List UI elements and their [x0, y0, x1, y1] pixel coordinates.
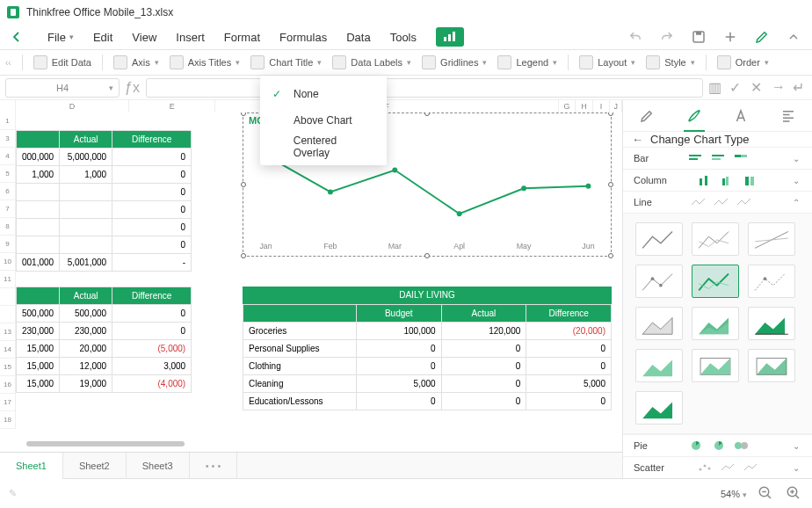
cancel-icon[interactable]: ✕: [750, 79, 765, 96]
table-row[interactable]: Groceries100,000120,000(20,000): [243, 323, 612, 340]
chart-cat-pie[interactable]: Pie ⌄: [623, 434, 812, 456]
chart-cat-line[interactable]: Line ⌃: [623, 191, 812, 213]
row-number[interactable]: 13: [0, 323, 16, 341]
chart-context-tab[interactable]: [436, 27, 464, 47]
tool-style[interactable]: Style: [646, 55, 694, 69]
col-header[interactable]: I: [593, 100, 611, 112]
menu-format[interactable]: Format: [224, 31, 260, 44]
tool-chart-title[interactable]: Chart Title: [250, 55, 322, 69]
chevron-down-icon[interactable]: ⌄: [791, 176, 801, 185]
zoom-in-icon[interactable]: [786, 485, 803, 503]
row-number[interactable]: 18: [0, 411, 16, 429]
row-number[interactable]: 5: [0, 165, 16, 183]
tool-legend[interactable]: Legend: [497, 55, 557, 69]
tool-gridlines[interactable]: Gridlines: [422, 55, 487, 69]
chevron-down-icon[interactable]: ⌄: [791, 441, 801, 451]
chevron-down-icon[interactable]: ⌄: [791, 463, 801, 473]
row-number[interactable]: 7: [0, 200, 16, 218]
tool-axis[interactable]: Axis: [113, 55, 159, 69]
back-icon[interactable]: [9, 29, 28, 45]
row-number[interactable]: 17: [0, 394, 16, 411]
sheet-tab-more[interactable]: • • •: [190, 453, 238, 479]
line-variant-1[interactable]: [692, 222, 739, 256]
sidebar-tab-brush-icon[interactable]: [684, 100, 705, 132]
next-icon[interactable]: →: [772, 79, 786, 96]
row-number[interactable]: 1: [0, 112, 16, 130]
tool-data-labels[interactable]: Data Labels: [332, 55, 411, 69]
redo-icon[interactable]: [657, 27, 677, 47]
row-number[interactable]: 4: [0, 148, 16, 165]
sheet-tab-1[interactable]: Sheet1: [0, 453, 63, 479]
dropdown-none[interactable]: ✓ None: [260, 81, 387, 107]
col-header[interactable]: D: [16, 100, 130, 112]
table-row[interactable]: Education/Lessons000: [243, 393, 612, 410]
edit-icon[interactable]: [752, 27, 772, 47]
table-row[interactable]: 15,00012,0003,000: [17, 358, 192, 375]
tool-layout[interactable]: Layout: [579, 55, 635, 69]
tool-edit-data[interactable]: Edit Data: [33, 55, 91, 69]
line-variant-4[interactable]: [692, 265, 739, 298]
col-header[interactable]: J: [610, 100, 622, 112]
row-number[interactable]: [0, 306, 16, 323]
zoom-out-icon[interactable]: [758, 485, 775, 503]
horizontal-scrollbar[interactable]: [26, 441, 185, 446]
line-variant-2[interactable]: [748, 222, 795, 256]
zoom-value[interactable]: 54%: [721, 489, 747, 499]
row-number[interactable]: 16: [0, 376, 16, 394]
line-variant-12[interactable]: [635, 391, 683, 425]
menu-insert[interactable]: Insert: [176, 31, 205, 44]
chart-cat-scatter[interactable]: Scatter ⌄: [623, 456, 812, 478]
sidebar-back-icon[interactable]: ←: [632, 133, 643, 146]
chevron-down-icon[interactable]: ⌄: [791, 154, 801, 163]
line-variant-11[interactable]: [748, 349, 795, 382]
row-number[interactable]: 3: [0, 130, 16, 148]
formula-input[interactable]: [146, 78, 703, 98]
add-icon[interactable]: [721, 27, 740, 47]
table-row[interactable]: 000,0005,000,0000: [17, 149, 192, 166]
row-number[interactable]: 6: [0, 183, 16, 200]
line-variant-7[interactable]: [692, 307, 739, 340]
chart-cat-bar[interactable]: Bar ⌄: [623, 147, 812, 169]
table-row[interactable]: 0: [17, 219, 192, 236]
row-number[interactable]: 10: [0, 253, 16, 271]
menu-tools[interactable]: Tools: [390, 31, 417, 44]
table-row[interactable]: Personal Supplies000: [243, 340, 612, 358]
chart-mini-icon[interactable]: ▥: [708, 79, 722, 96]
table-row[interactable]: 500,000500,0000: [17, 305, 192, 323]
row-number[interactable]: 15: [0, 359, 16, 376]
line-variant-9[interactable]: [635, 349, 683, 382]
table-row[interactable]: 1,0001,0000: [17, 166, 192, 184]
table-row[interactable]: Clothing000: [243, 358, 612, 375]
tool-axis-titles[interactable]: Axis Titles: [170, 55, 241, 69]
undo-icon[interactable]: [626, 27, 645, 47]
line-variant-8[interactable]: [748, 307, 795, 340]
row-number[interactable]: 11: [0, 271, 16, 288]
fx-icon[interactable]: ƒx: [125, 80, 141, 96]
sheet-tab-3[interactable]: Sheet3: [127, 453, 190, 479]
table-row[interactable]: 15,00020,000(5,000): [17, 340, 192, 358]
menu-view[interactable]: View: [132, 31, 156, 44]
table-row[interactable]: 15,00019,000(4,000): [17, 375, 192, 393]
menu-data[interactable]: Data: [346, 31, 370, 44]
table-row[interactable]: 0: [17, 201, 192, 219]
menu-file[interactable]: File: [47, 31, 74, 44]
line-variant-5[interactable]: [748, 265, 795, 298]
tool-order[interactable]: Order: [717, 55, 769, 69]
col-header[interactable]: H: [576, 100, 593, 112]
cell-reference[interactable]: H4: [5, 78, 120, 98]
menu-edit[interactable]: Edit: [93, 31, 112, 44]
row-number[interactable]: 8: [0, 218, 16, 236]
line-variant-10[interactable]: [692, 349, 739, 382]
sidebar-tab-text-icon[interactable]: [730, 105, 751, 127]
row-number[interactable]: 9: [0, 236, 16, 253]
sheet-tab-2[interactable]: Sheet2: [63, 453, 127, 479]
line-variant-3[interactable]: [635, 265, 683, 298]
sidebar-tab-align-icon[interactable]: [778, 105, 799, 127]
line-variant-6[interactable]: [635, 307, 683, 340]
col-header[interactable]: G: [559, 100, 576, 112]
dropdown-centered-overlay[interactable]: Centered Overlay: [260, 134, 387, 160]
menu-formulas[interactable]: Formulas: [279, 31, 327, 44]
chart-cat-column[interactable]: Column ⌄: [623, 169, 812, 191]
confirm-icon[interactable]: ✓: [729, 79, 743, 96]
chevron-up-icon[interactable]: ⌃: [791, 198, 801, 207]
